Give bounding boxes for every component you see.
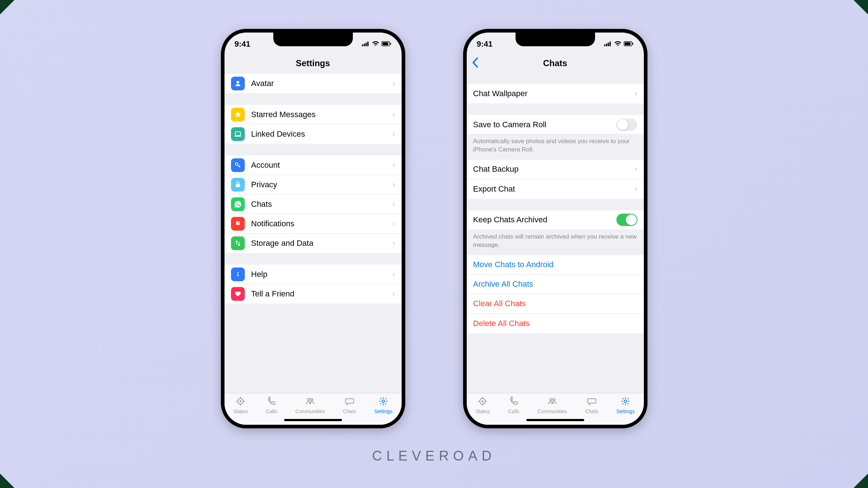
row-chat-backup[interactable]: Chat Backup ›	[467, 160, 644, 179]
brand-watermark: CLEVEROAD	[372, 448, 496, 464]
chevron-right-icon: ›	[392, 110, 395, 119]
svg-rect-23	[608, 43, 609, 46]
tab-icon	[586, 396, 598, 407]
info-icon	[231, 267, 245, 281]
row-archive-all[interactable]: Archive All Chats	[467, 275, 644, 294]
chevron-right-icon: ›	[392, 200, 395, 209]
svg-rect-9	[234, 136, 241, 137]
corner-decoration	[0, 0, 14, 14]
svg-point-18	[307, 399, 309, 401]
row-storage-and-data[interactable]: Storage and Data›	[225, 234, 402, 253]
tab-label: Settings	[374, 408, 393, 414]
tab-status[interactable]: Status	[475, 396, 490, 414]
svg-rect-1	[364, 43, 365, 46]
phone-right: 9:41	[463, 29, 647, 428]
row-chats[interactable]: Chats›	[225, 194, 402, 214]
chevron-right-icon: ›	[392, 180, 395, 189]
star-icon	[231, 108, 245, 121]
signal-icon	[604, 40, 612, 48]
svg-rect-22	[606, 43, 607, 46]
avatar-icon	[231, 77, 245, 90]
svg-point-15	[237, 272, 238, 273]
tab-status[interactable]: Status	[233, 396, 248, 414]
tab-label: Communities	[538, 408, 567, 414]
home-indicator	[284, 419, 342, 421]
row-privacy[interactable]: Privacy›	[225, 175, 402, 194]
battery-icon	[381, 40, 392, 48]
svg-point-19	[311, 399, 313, 401]
page-title: Chats	[543, 58, 567, 68]
tab-chats[interactable]: Chats	[343, 396, 356, 414]
tab-communities[interactable]: Communities	[295, 396, 325, 414]
row-help[interactable]: Help›	[225, 265, 402, 284]
svg-point-32	[624, 400, 627, 403]
navbar-settings: Settings	[225, 53, 402, 74]
cell-label: Move Chats to Android	[473, 260, 554, 269]
bell-icon	[231, 217, 245, 231]
cell-label: Storage and Data	[251, 239, 313, 248]
wifi-icon	[614, 40, 621, 48]
chevron-right-icon: ›	[634, 89, 637, 98]
svg-rect-27	[632, 43, 633, 44]
row-tell-a-friend[interactable]: Tell a Friend›	[225, 284, 402, 304]
row-save-camera-roll[interactable]: Save to Camera Roll	[467, 115, 644, 134]
page-title: Settings	[296, 58, 330, 68]
corner-decoration	[0, 474, 14, 488]
key-icon	[231, 158, 245, 172]
svg-rect-2	[365, 43, 367, 46]
tab-label: Calls	[508, 408, 519, 414]
cell-label: Chats	[251, 200, 272, 209]
phone-left: 9:41 Settings	[221, 29, 405, 428]
status-time: 9:41	[235, 39, 251, 49]
row-avatar[interactable]: Avatar›	[225, 74, 402, 93]
cell-label: Keep Chats Archived	[473, 215, 547, 224]
cell-label: Delete All Chats	[473, 319, 530, 328]
tab-icon	[547, 396, 558, 407]
notch	[516, 33, 595, 46]
svg-point-20	[382, 400, 385, 403]
row-notifications[interactable]: Notifications›	[225, 214, 402, 234]
cell-label: Privacy	[251, 180, 277, 189]
signal-icon	[362, 40, 370, 48]
svg-rect-14	[237, 274, 238, 276]
tab-settings[interactable]: Settings	[374, 396, 393, 414]
tab-settings[interactable]: Settings	[616, 396, 635, 414]
back-button[interactable]	[472, 57, 478, 69]
tab-calls[interactable]: Calls	[266, 396, 277, 414]
toggle-save-camera-roll[interactable]	[616, 119, 637, 131]
row-chat-wallpaper[interactable]: Chat Wallpaper ›	[467, 84, 644, 103]
tab-label: Calls	[266, 408, 277, 414]
tab-calls[interactable]: Calls	[508, 396, 519, 414]
cell-label: Starred Messages	[251, 110, 316, 119]
svg-rect-26	[625, 42, 630, 45]
cell-label: Chat Wallpaper	[473, 89, 528, 98]
row-keep-archived[interactable]: Keep Chats Archived	[467, 210, 644, 230]
tab-chats[interactable]: Chats	[585, 396, 598, 414]
svg-point-13	[238, 221, 240, 223]
row-account[interactable]: Account›	[225, 155, 402, 175]
corner-decoration	[854, 474, 868, 488]
svg-rect-5	[382, 42, 388, 45]
tab-icon	[377, 396, 389, 407]
row-linked-devices[interactable]: Linked Devices›	[225, 124, 402, 144]
row-move-android[interactable]: Move Chats to Android	[467, 255, 644, 275]
row-export-chat[interactable]: Export Chat ›	[467, 179, 644, 199]
battery-icon	[624, 40, 634, 48]
notch	[273, 33, 353, 46]
chevron-right-icon: ›	[392, 219, 395, 228]
row-starred-messages[interactable]: Starred Messages›	[225, 105, 402, 124]
tab-icon	[508, 396, 519, 407]
chevron-right-icon: ›	[392, 239, 395, 248]
tab-label: Communities	[295, 408, 325, 414]
toggle-keep-archived[interactable]	[616, 214, 637, 226]
tab-label: Status	[475, 408, 490, 414]
arrows-icon	[231, 236, 245, 250]
row-clear-all[interactable]: Clear All Chats	[467, 294, 644, 314]
home-indicator	[526, 419, 584, 421]
footer-note: Archived chats will remain archived when…	[467, 230, 644, 249]
lock-icon	[231, 178, 245, 192]
status-icons	[604, 40, 634, 48]
row-delete-all[interactable]: Delete All Chats	[467, 314, 644, 333]
tab-communities[interactable]: Communities	[538, 396, 567, 414]
tab-icon	[235, 396, 246, 407]
